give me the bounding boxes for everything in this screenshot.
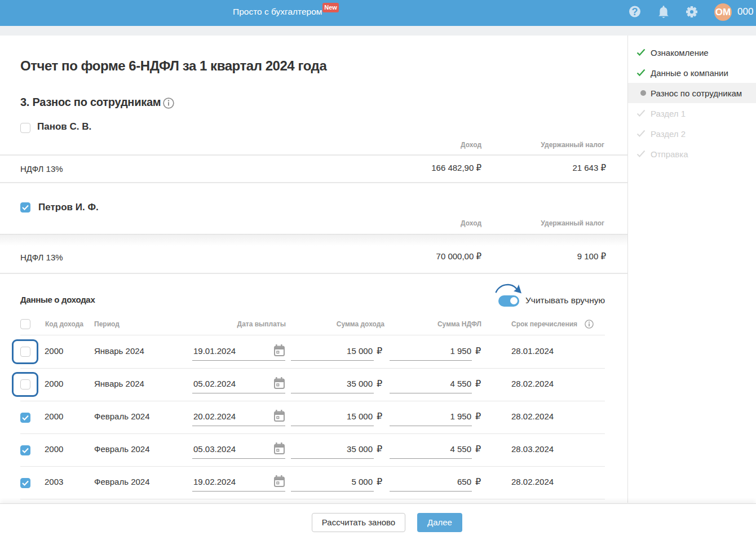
svg-text:?: ? (632, 6, 638, 17)
